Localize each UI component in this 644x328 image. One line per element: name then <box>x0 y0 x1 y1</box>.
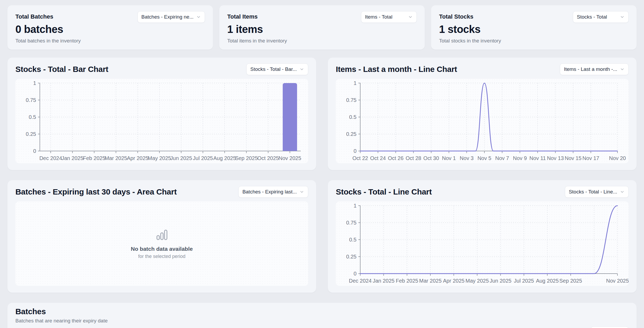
line-chart: 00.250.50.751Oct 22Oct 24Oct 26Oct 28Oct… <box>336 79 629 163</box>
svg-text:Sep 2025: Sep 2025 <box>559 278 582 284</box>
chevron-down-icon <box>620 67 625 72</box>
stat-card-total-stocks: Total Stocks Stocks - Total 1 stocks Tot… <box>431 5 637 50</box>
stat-card-total-batches: Total Batches Batches - Expiring ne... 0… <box>7 5 213 50</box>
dropdown-value: Stocks - Total <box>577 14 607 20</box>
line-chart: 00.250.50.751Dec 2024Jan 2025Feb 2025Mar… <box>336 201 629 286</box>
svg-text:Mar 2025: Mar 2025 <box>419 278 442 284</box>
svg-text:Nov 1: Nov 1 <box>442 155 456 161</box>
chart-metric-dropdown[interactable]: Stocks - Total - Bar... <box>246 63 308 75</box>
chart-metric-dropdown[interactable]: Stocks - Total - Line... <box>565 186 629 198</box>
batches-section: Batches Batches that are nearing their e… <box>7 303 637 328</box>
svg-text:Nov 15: Nov 15 <box>565 155 581 161</box>
chart-title: Stocks - Total - Bar Chart <box>15 65 108 74</box>
stat-card-header: Total Batches Batches - Expiring ne... <box>15 11 205 23</box>
svg-text:Nov 2025: Nov 2025 <box>278 155 301 161</box>
svg-text:Oct 30: Oct 30 <box>423 155 439 161</box>
chart-card-header: Stocks - Total - Bar Chart Stocks - Tota… <box>15 63 308 75</box>
svg-text:Nov 5: Nov 5 <box>478 155 491 161</box>
svg-text:Nov 11: Nov 11 <box>529 155 546 161</box>
batches-title: Batches <box>15 307 629 316</box>
stat-subtitle: Total items in the inventory <box>227 38 417 44</box>
chart-metric-dropdown[interactable]: Batches - Expiring last... <box>238 186 308 198</box>
bar-chart: 00.250.50.751Dec 2024Jan 2025Feb 2025Mar… <box>15 79 308 163</box>
stat-metric-dropdown[interactable]: Stocks - Total <box>573 11 629 23</box>
chart-card-header: Batches - Expiring last 30 days - Area C… <box>15 186 308 198</box>
svg-text:1: 1 <box>354 203 357 209</box>
svg-text:Oct 22: Oct 22 <box>353 155 368 161</box>
chart-title: Batches - Expiring last 30 days - Area C… <box>15 187 177 196</box>
svg-text:0.25: 0.25 <box>346 131 357 137</box>
svg-text:May 2025: May 2025 <box>148 155 171 161</box>
svg-text:May 2025: May 2025 <box>466 278 489 284</box>
stat-subtitle: Total batches in the inventory <box>15 38 205 44</box>
svg-text:Aug 2025: Aug 2025 <box>213 155 236 161</box>
chevron-down-icon <box>299 189 304 194</box>
svg-text:Oct 26: Oct 26 <box>388 155 403 161</box>
charts-row-1: Stocks - Total - Bar Chart Stocks - Tota… <box>7 58 637 170</box>
dropdown-value: Stocks - Total - Line... <box>569 189 617 195</box>
svg-text:Dec 2024: Dec 2024 <box>39 155 62 161</box>
svg-text:Mar 2025: Mar 2025 <box>105 155 127 161</box>
chart-card-stocks-line: Stocks - Total - Line Chart Stocks - Tot… <box>328 180 637 293</box>
batches-toolbar: View <box>15 326 629 328</box>
batches-subtitle: Batches that are nearing their expiry da… <box>15 318 629 324</box>
stat-title: Total Stocks <box>439 11 473 20</box>
stat-subtitle: Total stocks in the inventory <box>439 38 629 44</box>
stat-title: Total Batches <box>15 11 53 20</box>
svg-text:Nov 20: Nov 20 <box>609 155 626 161</box>
svg-text:Aug 2025: Aug 2025 <box>536 278 559 284</box>
svg-text:Oct 28: Oct 28 <box>406 155 421 161</box>
area-chart-empty-state: No batch data available for the selected… <box>15 201 308 286</box>
stat-metric-dropdown[interactable]: Batches - Expiring ne... <box>138 11 205 23</box>
stat-card-header: Total Items Items - Total <box>227 11 417 23</box>
svg-text:Oct 24: Oct 24 <box>370 155 386 161</box>
chart-card-stocks-bar: Stocks - Total - Bar Chart Stocks - Tota… <box>7 58 316 170</box>
chart-title: Items - Last a month - Line Chart <box>336 65 457 74</box>
dashboard-page: Total Batches Batches - Expiring ne... 0… <box>0 0 644 328</box>
svg-text:Jan 2025: Jan 2025 <box>62 155 83 161</box>
chevron-down-icon <box>620 15 625 19</box>
stat-value: 1 items <box>227 23 417 35</box>
svg-text:Nov 3: Nov 3 <box>460 155 474 161</box>
bar-chart-icon <box>155 228 169 241</box>
chevron-down-icon <box>620 189 625 194</box>
svg-text:0.5: 0.5 <box>29 114 36 120</box>
svg-text:Nov 17: Nov 17 <box>582 155 599 161</box>
svg-text:Jun 2025: Jun 2025 <box>490 278 511 284</box>
stat-card-header: Total Stocks Stocks - Total <box>439 11 629 23</box>
chart-card-batches-area: Batches - Expiring last 30 days - Area C… <box>7 180 316 293</box>
svg-text:0: 0 <box>354 271 357 277</box>
chevron-down-icon <box>196 15 201 19</box>
stat-title: Total Items <box>227 11 258 20</box>
svg-text:Feb 2025: Feb 2025 <box>396 278 418 284</box>
svg-text:0.75: 0.75 <box>346 97 357 103</box>
svg-text:1: 1 <box>33 80 36 86</box>
svg-text:0.5: 0.5 <box>349 114 357 120</box>
dropdown-value: Batches - Expiring last... <box>242 189 297 195</box>
stat-value: 1 stocks <box>439 23 629 35</box>
svg-text:Jul 2025: Jul 2025 <box>514 278 534 284</box>
charts-row-2: Batches - Expiring last 30 days - Area C… <box>7 180 637 293</box>
chevron-down-icon <box>408 15 413 19</box>
stat-value: 0 batches <box>15 23 205 35</box>
chart-card-items-line: Items - Last a month - Line Chart Items … <box>328 58 637 170</box>
dropdown-value: Items - Total <box>365 14 392 20</box>
svg-text:Dec 2024: Dec 2024 <box>349 278 372 284</box>
chart-card-header: Items - Last a month - Line Chart Items … <box>336 63 629 75</box>
svg-text:Nov 2025: Nov 2025 <box>606 278 629 284</box>
svg-text:Nov 9: Nov 9 <box>513 155 527 161</box>
dropdown-value: Items - Last a month -... <box>564 66 617 72</box>
svg-text:0.25: 0.25 <box>26 131 36 137</box>
chart-card-header: Stocks - Total - Line Chart Stocks - Tot… <box>336 186 629 198</box>
svg-text:Oct 2025: Oct 2025 <box>257 155 279 161</box>
svg-text:0.25: 0.25 <box>346 254 357 260</box>
view-button[interactable]: View <box>591 326 629 328</box>
dropdown-value: Stocks - Total - Bar... <box>250 66 297 72</box>
svg-text:Apr 2025: Apr 2025 <box>127 155 148 161</box>
chart-metric-dropdown[interactable]: Items - Last a month -... <box>560 63 629 75</box>
svg-text:0.75: 0.75 <box>346 220 357 226</box>
stat-metric-dropdown[interactable]: Items - Total <box>361 11 417 23</box>
svg-text:1: 1 <box>354 80 357 86</box>
stat-card-total-items: Total Items Items - Total 1 items Total … <box>219 5 425 50</box>
stats-row: Total Batches Batches - Expiring ne... 0… <box>7 5 637 50</box>
